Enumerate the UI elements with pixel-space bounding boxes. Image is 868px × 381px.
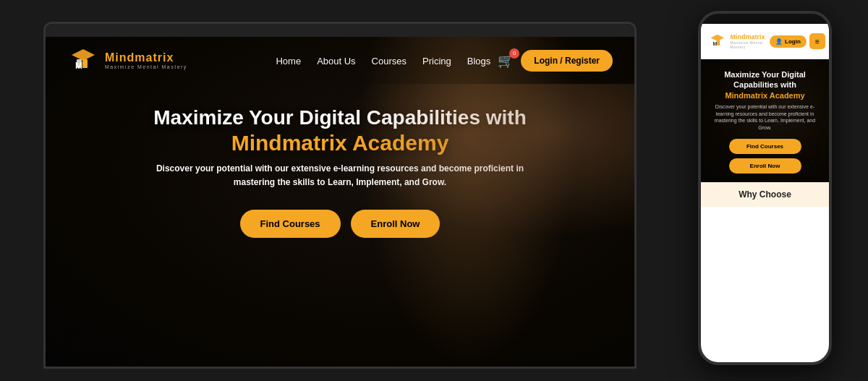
svg-rect-7: [717, 40, 720, 46]
svg-text:M: M: [75, 61, 82, 71]
enroll-now-button[interactable]: Enroll Now: [351, 210, 441, 238]
nav-item-pricing[interactable]: Pricing: [422, 54, 451, 67]
logo-name-part2: matrix: [135, 51, 174, 64]
mobile-logo-title: Mindmatrix: [731, 33, 770, 40]
logo-tagline: Maximize Mental Mastery: [105, 64, 187, 69]
hero-desc-bold: Discover your potential: [156, 163, 252, 174]
nav-link-about[interactable]: About Us: [317, 56, 355, 67]
nav-links: Home About Us Courses Pricing Blogs: [276, 54, 490, 67]
nav-item-about[interactable]: About Us: [317, 54, 355, 67]
desktop-screen: M Mindmatrix Maximize Mental Mastery Hom…: [46, 37, 634, 367]
nav-item-courses[interactable]: Courses: [372, 54, 407, 67]
nav-link-pricing[interactable]: Pricing: [422, 56, 451, 67]
nav-item-blogs[interactable]: Blogs: [467, 54, 491, 67]
cart-badge: 0: [509, 48, 519, 59]
find-courses-button[interactable]: Find Courses: [240, 210, 341, 238]
nav-link-blogs[interactable]: Blogs: [467, 56, 491, 67]
mobile-why-section: Why Choose: [701, 182, 829, 207]
mobile-hero: Maximize Your Digital Capabilities with …: [701, 59, 829, 182]
mobile-login-button[interactable]: 👤 Login: [770, 35, 807, 48]
mobile-notch: [747, 14, 783, 24]
logo-text-area: Mindmatrix Maximize Mental Mastery: [105, 51, 187, 69]
mobile-menu-button[interactable]: ≡: [809, 33, 825, 49]
mobile-title-line1: Maximize Your Digital: [724, 70, 806, 79]
logo-icon: M: [67, 45, 99, 77]
mobile-logo-text-area: Mindmatrix Maximize Mental Mastery: [731, 33, 770, 49]
mobile-nav-actions: 👤 Login ≡: [770, 33, 825, 49]
mobile-hero-title: Maximize Your Digital Capabilities with …: [708, 69, 822, 100]
mobile-find-courses-button[interactable]: Find Courses: [729, 139, 801, 154]
nav-link-home[interactable]: Home: [276, 56, 301, 67]
hero-content: Maximize Your Digital Capabilities with …: [46, 84, 634, 238]
svg-rect-3: [82, 59, 88, 68]
login-register-button[interactable]: Login / Register: [521, 50, 613, 72]
mobile-title-accent: Mindmatrix Academy: [725, 91, 804, 100]
mobile-mockup: M Mindmatrix Maximize Mental Mastery 👤 L…: [698, 11, 832, 365]
hero-description: Discover your potential with our extensi…: [152, 162, 528, 189]
mobile-logo-icon: M: [708, 30, 727, 53]
logo-area: M Mindmatrix Maximize Mental Mastery: [67, 45, 187, 77]
mobile-login-user-icon: 👤: [775, 38, 783, 45]
hero-buttons: Find Courses Enroll Now: [60, 210, 620, 238]
nav-link-courses[interactable]: Courses: [372, 56, 407, 67]
hero-desc-rest: with our extensive e-learning resources …: [234, 163, 524, 187]
hero-title-accent: Mindmatrix Academy: [60, 130, 620, 156]
mobile-title-line2: Capabilities with: [733, 80, 796, 89]
desktop-mockup: M Mindmatrix Maximize Mental Mastery Hom…: [43, 22, 637, 369]
hero-title-line1: Maximize Your Digital Capabilities with: [153, 106, 527, 129]
mobile-logo-area: M Mindmatrix Maximize Mental Mastery: [708, 30, 770, 53]
svg-marker-5: [710, 35, 724, 41]
mobile-hero-description: Discover your potential with our extensi…: [708, 103, 822, 132]
mobile-logo-name1: Mind: [731, 33, 746, 40]
mobile-logo-name2: matrix: [746, 33, 765, 40]
mobile-navbar: M Mindmatrix Maximize Mental Mastery 👤 L…: [701, 24, 829, 59]
hero-title: Maximize Your Digital Capabilities with …: [60, 106, 620, 156]
cart-icon[interactable]: 🛒 0: [498, 53, 514, 69]
mobile-hero-buttons: Find Courses Enroll Now: [708, 139, 822, 174]
mobile-why-title: Why Choose: [708, 189, 822, 200]
desktop-navbar: M Mindmatrix Maximize Mental Mastery Hom…: [46, 37, 634, 84]
mobile-enroll-now-button[interactable]: Enroll Now: [729, 158, 801, 174]
logo-title: Mindmatrix: [105, 51, 187, 64]
mobile-login-label: Login: [785, 38, 801, 45]
mobile-logo-tagline: Maximize Mental Mastery: [731, 40, 770, 49]
mobile-screen: M Mindmatrix Maximize Mental Mastery 👤 L…: [701, 24, 829, 362]
logo-name-part1: Mind: [105, 51, 135, 64]
nav-item-home[interactable]: Home: [276, 54, 301, 67]
svg-text:M: M: [712, 41, 717, 46]
